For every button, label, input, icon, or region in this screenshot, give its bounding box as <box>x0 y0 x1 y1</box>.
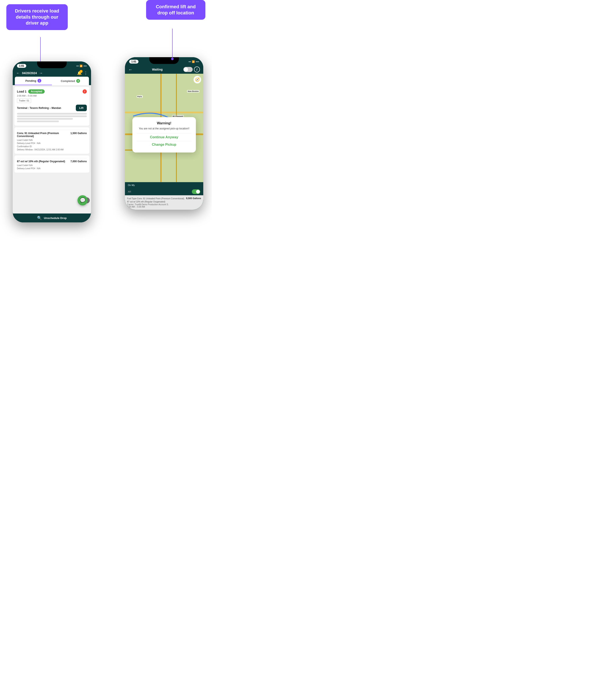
time-right: 1:01 <box>129 60 138 64</box>
ar-label: AR <box>128 191 131 193</box>
fuel-row-2: 87 oct w/ 10% eth (Regular Oxygenated) 7… <box>17 160 87 163</box>
waiting-label: Waiting <box>152 68 163 71</box>
skeleton-4 <box>17 121 59 122</box>
bottom-bar-left: 🔍 Unschedule Drop <box>13 214 91 222</box>
fuel-detail-1c: Confirmation ID: <box>17 145 87 148</box>
battery-icon: ▪▪▪▪ <box>83 65 87 67</box>
terminal-text: Terminal : Tesoro Refining – Mandan <box>17 106 61 109</box>
signal-bars: ▪▪▪ <box>76 65 79 67</box>
ar-toggle-knob <box>196 190 200 194</box>
warning-message: You are not at the assigned pick-up loca… <box>136 127 192 130</box>
load-title: Load 1 <box>17 90 26 93</box>
prev-date-button[interactable]: ← <box>16 71 20 75</box>
signal-icons-right: ▪▪▪ 📶 ▪▪▪▪ <box>189 60 199 63</box>
fuel-type-text: Fuel Type-Conv. 91 Unleaded Prem (Premiu… <box>127 197 186 203</box>
more-options-button[interactable]: ⋮ <box>84 71 88 75</box>
time-range-right: 2:00 AM – 5:00 AM <box>127 206 186 208</box>
fuel-row-1: Conv. 91 Unleaded Prem (Premium Conventi… <box>17 132 87 138</box>
fuel-name-1: Conv. 91 Unleaded Prem (Premium Conventi… <box>17 132 71 138</box>
tab-completed-badge: 0 <box>76 79 80 83</box>
fuel-card-1: Conv. 91 Unleaded Prem (Premium Conventi… <box>15 127 89 154</box>
right-callout-bubble: Confirmed lift and drop off location <box>146 0 205 20</box>
skeleton-2 <box>17 116 87 117</box>
navigate-button[interactable]: 🧭 <box>193 76 201 83</box>
fuel-gallons-2: 7,000 Gallons <box>71 160 87 163</box>
right-callout-arrow <box>172 29 173 58</box>
fuel-detail-1d: Delivery Window : 04/21/2024, 12:01 AM 2… <box>17 148 87 151</box>
fuel-detail-2a: Load Code# N/A <box>17 164 87 167</box>
right-bottom-section: Fuel Type-Conv. 91 Unleaded Prem (Premiu… <box>125 195 203 210</box>
right-phone: 1:01 ▪▪▪ 📶 ▪▪▪▪ ← Waiting i <box>125 57 203 210</box>
time-left: 1:01 <box>17 64 26 68</box>
tab-pending-badge: 1 <box>37 79 41 83</box>
skeleton-1 <box>17 113 87 115</box>
signal-bars-right: ▪▪▪ <box>189 60 191 63</box>
accepted-badge: Accepted <box>28 90 45 94</box>
fuel-detail-2b: Delivery-Level PO# : N/A <box>17 167 87 170</box>
ar-toggle[interactable] <box>192 189 200 194</box>
map-area: Paris Sulphur Springs Mt Pleasant New Bo… <box>125 74 203 182</box>
date-display: 04/20/2024 <box>22 71 37 75</box>
trailer-box: Trailer: 01 <box>17 98 31 103</box>
fuel-gallons-1: 1,500 Gallons <box>71 132 87 135</box>
notification-badge: 1 <box>80 70 83 73</box>
phone-notch-right <box>149 57 179 64</box>
terminal-row: Terminal : Tesoro Refining – Mandan Lift <box>17 105 87 111</box>
toggle-knob <box>184 67 188 72</box>
fuel-detail-1a: Load Code# N/A <box>17 139 87 142</box>
tab-pending[interactable]: Pending 1 <box>15 77 52 85</box>
wifi-icon: 📶 <box>80 65 83 67</box>
fuel-card-2: 87 oct w/ 10% eth (Regular Oxygenated) 7… <box>15 155 89 173</box>
search-icon[interactable]: 🔍 <box>37 216 42 220</box>
continue-anyway-button[interactable]: Continue Anyway <box>136 133 192 141</box>
next-date-button[interactable]: → <box>39 71 43 75</box>
tab-completed-label: Completed <box>61 79 75 83</box>
fuel-detail-1b: Delivery-Level PO# : N/A <box>17 142 87 145</box>
right-callout-text: Confirmed lift and drop off location <box>156 4 196 16</box>
tab-completed[interactable]: Completed 0 <box>52 77 89 85</box>
info-icon-load[interactable]: i <box>83 90 87 94</box>
unschedule-drop-button[interactable]: Unschedule Drop <box>44 217 67 220</box>
notification-bell[interactable]: 🔔 1 <box>77 71 82 75</box>
load-card: Load 1 Accepted i 2:00 AM – 5:00 AM Trai… <box>15 87 89 126</box>
change-pickup-button[interactable]: Change Pickup <box>136 141 192 148</box>
tab-pending-label: Pending <box>25 79 36 82</box>
right-callout-dot <box>171 58 174 60</box>
warning-title: Warning! <box>136 121 192 125</box>
left-callout-bubble: Drivers receive load details through our… <box>6 4 68 30</box>
info-button-right[interactable]: i <box>194 67 200 72</box>
left-phone: 1:01 ▪▪▪ 📶 ▪▪▪▪ ← 04/20/2024 → 🔔 1 ⋮ <box>13 61 91 222</box>
battery-icon-right: ▪▪▪▪ <box>196 60 199 63</box>
chat-fab-button[interactable]: 💬 <box>78 195 88 205</box>
wifi-icon-right: 📶 <box>192 60 195 63</box>
phone-notch-left <box>37 61 67 68</box>
nav-bar-left: ← 04/20/2024 → 🔔 1 ⋮ <box>13 70 91 77</box>
lift-button[interactable]: Lift <box>76 105 87 111</box>
on-my-section: On My <box>125 182 203 188</box>
signal-icons-left: ▪▪▪ 📶 ▪▪▪▪ <box>76 65 87 67</box>
fuel-name-2: 87 oct w/ 10% eth (Regular Oxygenated) <box>17 160 71 163</box>
load-header: Load 1 Accepted i <box>17 90 87 94</box>
tabs-bar: Pending 1 Completed 0 <box>15 77 89 85</box>
carrier-text: Carrier: Truefill-Demo Production Accoun… <box>127 203 186 206</box>
back-button[interactable]: ← <box>128 67 133 72</box>
left-callout-text: Drivers receive load details through our… <box>15 8 59 26</box>
on-my-label: On My <box>128 184 135 186</box>
waiting-toggle[interactable] <box>183 67 193 72</box>
ar-section: AR <box>125 188 203 195</box>
load-time: 2:00 AM – 5:00 AM <box>17 95 87 97</box>
left-callout-arrow <box>40 37 41 65</box>
right-nav: ← Waiting i <box>125 65 203 74</box>
gallons-right: 8,500 Gallons <box>186 197 201 200</box>
phone-content-left: Load 1 Accepted i 2:00 AM – 5:00 AM Trai… <box>13 85 91 214</box>
warning-dialog: Warning! You are not at the assigned pic… <box>132 117 196 152</box>
skeleton-3 <box>17 118 73 120</box>
